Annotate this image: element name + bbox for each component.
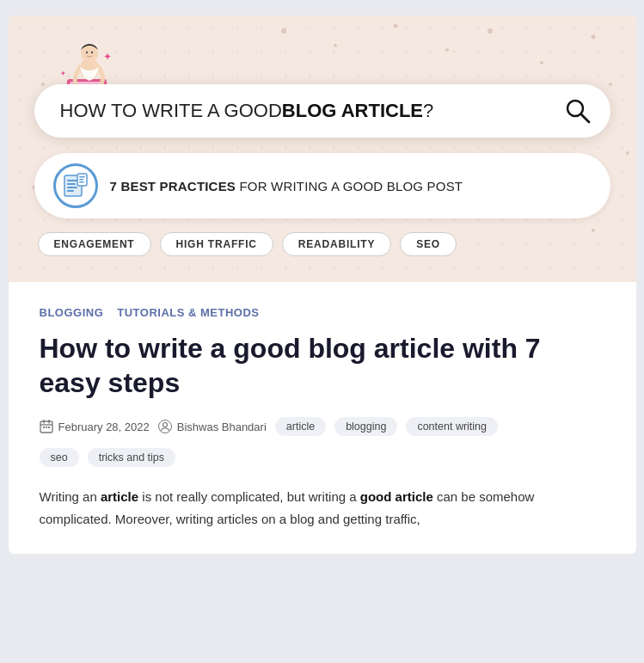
svg-line-26 (581, 114, 589, 122)
category-blogging[interactable]: BLOGGING (40, 306, 104, 319)
svg-point-2 (393, 24, 397, 28)
meta-tag-seo[interactable]: seo (40, 448, 79, 467)
hero-banner: ✦ ✦ HOW TO WRITE A GOOD BLOG ARTICLE ? (9, 15, 636, 282)
main-card: ✦ ✦ HOW TO WRITE A GOOD BLOG ARTICLE ? (9, 15, 636, 554)
svg-rect-35 (79, 179, 83, 181)
search-text-suffix: ? (423, 100, 433, 122)
svg-point-0 (281, 28, 286, 34)
article-tags-row2: seo tricks and tips (40, 448, 605, 467)
svg-point-3 (445, 48, 449, 52)
svg-point-22 (90, 52, 92, 53)
svg-text:✦: ✦ (103, 51, 112, 63)
content-area: BLOGGING TUTORIALS & METHODS How to writ… (9, 282, 636, 554)
tag-seo[interactable]: SEO (400, 232, 457, 256)
search-icon[interactable] (561, 94, 595, 128)
svg-rect-43 (48, 427, 50, 428)
svg-rect-41 (43, 427, 45, 428)
svg-point-44 (163, 423, 167, 427)
search-box: HOW TO WRITE A GOOD BLOG ARTICLE ? (34, 84, 610, 138)
hero-tags-row: ENGAGEMENT HIGH TRAFFIC READABILITY SEO (34, 232, 610, 256)
search-box-wrapper: HOW TO WRITE A GOOD BLOG ARTICLE ? (34, 84, 610, 256)
svg-point-5 (540, 61, 543, 64)
svg-rect-32 (67, 190, 74, 192)
excerpt-bold1: article (101, 489, 138, 504)
practices-text: 7 BEST PRACTICES FOR WRITING A GOOD BLOG… (110, 179, 463, 193)
svg-point-6 (591, 35, 595, 40)
excerpt-part1: Writing an (40, 489, 101, 504)
practices-rest: FOR WRITING A GOOD BLOG POST (239, 179, 463, 193)
svg-point-21 (85, 52, 87, 53)
tag-high-traffic[interactable]: HIGH TRAFFIC (160, 232, 273, 256)
svg-point-10 (626, 151, 629, 155)
svg-rect-30 (67, 183, 76, 185)
author-icon (158, 420, 172, 433)
calendar-icon (40, 420, 53, 433)
article-title: How to write a good blog article with 7 … (40, 331, 605, 400)
svg-rect-31 (67, 187, 77, 188)
categories-row: BLOGGING TUTORIALS & METHODS (40, 306, 605, 319)
meta-tag-content-writing[interactable]: content writing (406, 417, 498, 436)
svg-rect-34 (79, 176, 85, 178)
date-text: February 28, 2022 (58, 421, 150, 433)
svg-point-4 (488, 28, 493, 34)
practices-bold: 7 BEST PRACTICES (110, 179, 236, 193)
svg-text:✦: ✦ (60, 70, 66, 77)
meta-tag-blogging[interactable]: blogging (334, 417, 397, 436)
svg-rect-36 (79, 181, 84, 183)
meta-author: Bishwas Bhandari (158, 420, 267, 433)
practices-icon (53, 163, 98, 208)
excerpt-part2: is not really complicated, but writing a (138, 489, 360, 504)
practices-row: 7 BEST PRACTICES FOR WRITING A GOOD BLOG… (34, 153, 610, 218)
search-text-bold: BLOG ARTICLE (282, 100, 423, 122)
search-text-prefix: HOW TO WRITE A GOOD (60, 100, 282, 122)
svg-rect-42 (46, 427, 47, 428)
meta-tag-article[interactable]: article (275, 417, 326, 436)
author-text: Bishwas Bhandari (177, 421, 267, 433)
svg-point-1 (334, 44, 337, 47)
tag-readability[interactable]: READABILITY (282, 232, 391, 256)
meta-tag-tricks[interactable]: tricks and tips (88, 448, 175, 467)
excerpt-bold2: good article (360, 489, 433, 504)
article-excerpt: Writing an article is not really complic… (40, 486, 605, 530)
category-tutorials[interactable]: TUTORIALS & METHODS (117, 306, 259, 319)
meta-row: February 28, 2022 Bishwas Bhandari artic… (40, 417, 605, 436)
page-wrapper: ✦ ✦ HOW TO WRITE A GOOD BLOG ARTICLE ? (0, 0, 644, 554)
meta-date: February 28, 2022 (40, 420, 150, 433)
tag-engagement[interactable]: ENGAGEMENT (38, 232, 151, 256)
